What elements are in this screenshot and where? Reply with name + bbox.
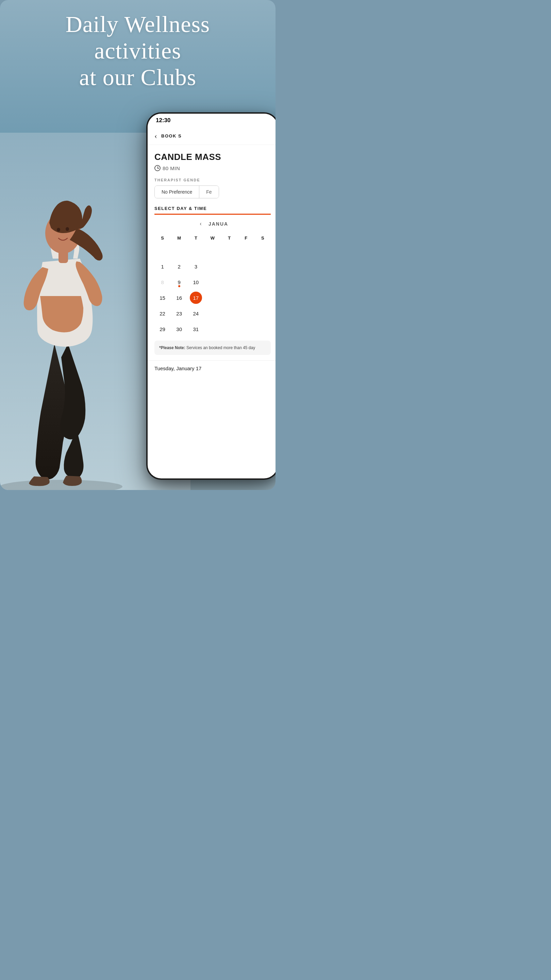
phone-frame: 12:30 ‹ BOOK S CANDLE MASS 80 MIN	[146, 112, 275, 480]
status-time: 12:30	[156, 117, 170, 124]
cal-day-empty	[221, 275, 237, 290]
phone-mockup: 12:30 ‹ BOOK S CANDLE MASS 80 MIN	[146, 112, 275, 480]
clock-icon	[154, 165, 160, 171]
cal-month: JANUA	[208, 221, 228, 227]
service-title: CANDLE MASS	[154, 152, 271, 162]
cal-day-empty	[221, 306, 237, 321]
gender-buttons-group: No Preference Fe	[154, 185, 219, 198]
cal-day-empty	[188, 243, 204, 258]
cal-day-empty	[255, 243, 271, 258]
col-header-thu: T	[221, 234, 237, 243]
cal-day-22[interactable]: 22	[154, 306, 170, 321]
cal-day-31[interactable]: 31	[188, 321, 204, 337]
cal-day-empty	[154, 243, 170, 258]
calendar: ‹ JANUA S M T W T F S	[154, 219, 271, 337]
cal-day-empty	[205, 321, 221, 337]
cal-day-empty	[205, 306, 221, 321]
col-header-tue: T	[188, 234, 204, 243]
hero-title: Daily Wellness activities at our Clubs	[0, 11, 275, 91]
cal-day-10[interactable]: 10	[188, 275, 204, 290]
col-header-mon: M	[171, 234, 187, 243]
nav-title: BOOK S	[161, 134, 182, 138]
cal-day-empty	[221, 243, 237, 258]
cal-day-empty	[205, 275, 221, 290]
gender-no-preference-btn[interactable]: No Preference	[155, 186, 199, 198]
background: Daily Wellness activities at our Clubs	[0, 0, 275, 490]
cal-day-empty	[221, 321, 237, 337]
gender-section-label: THERAPIST GENDE	[154, 178, 271, 182]
cal-day-empty	[255, 306, 271, 321]
bottom-date-bar: Tuesday, January 17	[148, 360, 275, 376]
cal-day-29[interactable]: 29	[154, 321, 170, 337]
calendar-header: ‹ JANUA	[154, 219, 271, 229]
cal-day-17[interactable]: 17	[188, 290, 204, 305]
cal-day-8: 8	[154, 275, 170, 290]
cal-day-empty	[255, 275, 271, 290]
cal-day-empty	[238, 275, 254, 290]
cal-day-empty	[205, 243, 221, 258]
cal-day-9[interactable]: 9	[171, 275, 187, 290]
cal-day-30[interactable]: 30	[171, 321, 187, 337]
day-time-header: SELECT DAY & TIME	[154, 206, 271, 215]
cal-day-15[interactable]: 15	[154, 290, 170, 305]
calendar-grid: S M T W T F S	[154, 234, 271, 337]
svg-point-4	[66, 227, 69, 231]
col-header-fri: F	[238, 234, 254, 243]
cal-day-2[interactable]: 2	[171, 259, 187, 274]
cal-day-empty	[221, 259, 237, 274]
cal-day-empty	[221, 290, 237, 305]
back-button[interactable]: ‹	[154, 131, 157, 140]
cal-day-empty	[238, 321, 254, 337]
col-header-sat: S	[255, 234, 271, 243]
cal-day-empty	[238, 290, 254, 305]
cal-day-1[interactable]: 1	[154, 259, 170, 274]
service-duration: 80 MIN	[154, 165, 271, 171]
cal-day-empty	[238, 243, 254, 258]
day-time-label: SELECT DAY & TIME	[154, 206, 207, 211]
bottom-date-text: Tuesday, January 17	[154, 366, 202, 371]
cal-day-empty	[205, 259, 221, 274]
gender-female-btn[interactable]: Fe	[199, 186, 218, 198]
note-box: *Please Note: Services an booked more th…	[154, 340, 271, 355]
hero-section: Daily Wellness activities at our Clubs	[0, 11, 275, 91]
svg-rect-5	[59, 250, 68, 263]
cal-day-empty	[238, 306, 254, 321]
cal-day-empty	[255, 321, 271, 337]
cal-day-23[interactable]: 23	[171, 306, 187, 321]
phone-screen: 12:30 ‹ BOOK S CANDLE MASS 80 MIN	[148, 114, 275, 479]
nav-bar: ‹ BOOK S	[148, 127, 275, 145]
cal-day-3[interactable]: 3	[188, 259, 204, 274]
content-area: CANDLE MASS 80 MIN THERAPIST GENDE No Pr…	[148, 145, 275, 360]
note-content: Services an booked more than 45 day	[185, 345, 255, 350]
cal-day-empty	[238, 259, 254, 274]
duration-text: 80 MIN	[163, 165, 180, 171]
cal-day-empty	[205, 290, 221, 305]
status-bar: 12:30	[148, 114, 275, 127]
col-header-sun: S	[154, 234, 170, 243]
cal-day-empty	[255, 259, 271, 274]
cal-prev-btn[interactable]: ‹	[197, 219, 205, 229]
cal-day-empty	[255, 290, 271, 305]
cal-day-24[interactable]: 24	[188, 306, 204, 321]
cal-day-16[interactable]: 16	[171, 290, 187, 305]
cal-day-empty	[171, 243, 187, 258]
note-text: *Please Note: Services an booked more th…	[159, 345, 266, 351]
note-bold: *Please Note:	[159, 345, 185, 350]
col-header-wed: W	[205, 234, 221, 243]
svg-point-3	[57, 228, 60, 232]
